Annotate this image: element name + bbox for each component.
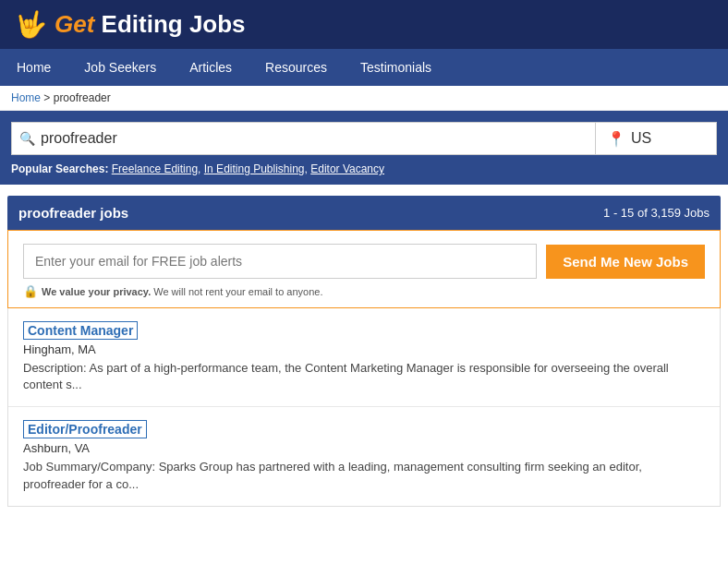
nav-job-seekers[interactable]: Job Seekers bbox=[67, 49, 173, 86]
email-alert-row: Send Me New Jobs bbox=[23, 244, 705, 279]
results-header: proofreader jobs 1 - 15 of 3,159 Jobs bbox=[7, 196, 721, 230]
breadcrumb-separator: > bbox=[41, 91, 54, 104]
job-item: Content Manager Hingham, MA Description:… bbox=[8, 308, 720, 407]
search-input[interactable] bbox=[41, 123, 588, 154]
job-description: Description: As part of a high-performan… bbox=[23, 360, 705, 393]
logo-text: Get Editing Jobs bbox=[55, 10, 246, 39]
job-item: Editor/Proofreader Ashburn, VA Job Summa… bbox=[8, 407, 720, 505]
site-header: 🤟 Get Editing Jobs bbox=[0, 0, 728, 49]
nav-home[interactable]: Home bbox=[0, 49, 67, 86]
job-location: Hingham, MA bbox=[23, 342, 705, 356]
popular-searches: Popular Searches: Freelance Editing, In … bbox=[11, 161, 717, 177]
lock-icon: 🔒 bbox=[23, 284, 38, 298]
popular-search-editing[interactable]: In Editing Publishing bbox=[204, 162, 305, 175]
breadcrumb-home[interactable]: Home bbox=[11, 91, 41, 104]
logo-get: Get bbox=[55, 10, 94, 38]
popular-search-editor[interactable]: Editor Vacancy bbox=[310, 162, 384, 175]
nav-resources[interactable]: Resources bbox=[249, 49, 344, 86]
popular-search-freelance[interactable]: Freelance Editing bbox=[112, 162, 198, 175]
job-title-link[interactable]: Editor/Proofreader bbox=[23, 420, 147, 438]
location-icon: 📍 bbox=[607, 130, 625, 148]
job-location: Ashburn, VA bbox=[23, 441, 705, 455]
popular-searches-label: Popular Searches: bbox=[11, 162, 108, 175]
logo-icon: 🤟 bbox=[15, 9, 47, 40]
results-count: 1 - 15 of 3,159 Jobs bbox=[603, 206, 710, 220]
job-description: Job Summary/Company: Sparks Group has pa… bbox=[23, 459, 705, 492]
location-input[interactable] bbox=[631, 130, 705, 147]
search-bar: 🔍 📍 bbox=[11, 122, 717, 155]
search-input-wrapper: 🔍 bbox=[11, 122, 596, 155]
email-alert-input[interactable] bbox=[23, 244, 537, 279]
breadcrumb: Home > proofreader bbox=[0, 86, 728, 111]
breadcrumb-current: proofreader bbox=[54, 91, 111, 104]
nav-articles[interactable]: Articles bbox=[173, 49, 249, 86]
search-bar-section: 🔍 📍 Popular Searches: Freelance Editing,… bbox=[0, 111, 728, 185]
results-title: proofreader jobs bbox=[18, 205, 128, 221]
job-title-link[interactable]: Content Manager bbox=[23, 321, 138, 340]
location-input-wrapper: 📍 bbox=[596, 122, 717, 155]
email-alert-box: Send Me New Jobs 🔒 We value your privacy… bbox=[7, 230, 721, 308]
privacy-note: 🔒 We value your privacy. We will not ren… bbox=[23, 284, 705, 298]
logo-rest: Editing Jobs bbox=[94, 10, 245, 38]
main-nav: Home Job Seekers Articles Resources Test… bbox=[0, 49, 728, 86]
search-icon: 🔍 bbox=[19, 131, 35, 146]
nav-testimonials[interactable]: Testimonials bbox=[344, 49, 448, 86]
job-listings: Content Manager Hingham, MA Description:… bbox=[7, 308, 721, 507]
privacy-text: We value your privacy. We will not rent … bbox=[42, 286, 322, 297]
send-me-new-jobs-button[interactable]: Send Me New Jobs bbox=[546, 245, 705, 279]
